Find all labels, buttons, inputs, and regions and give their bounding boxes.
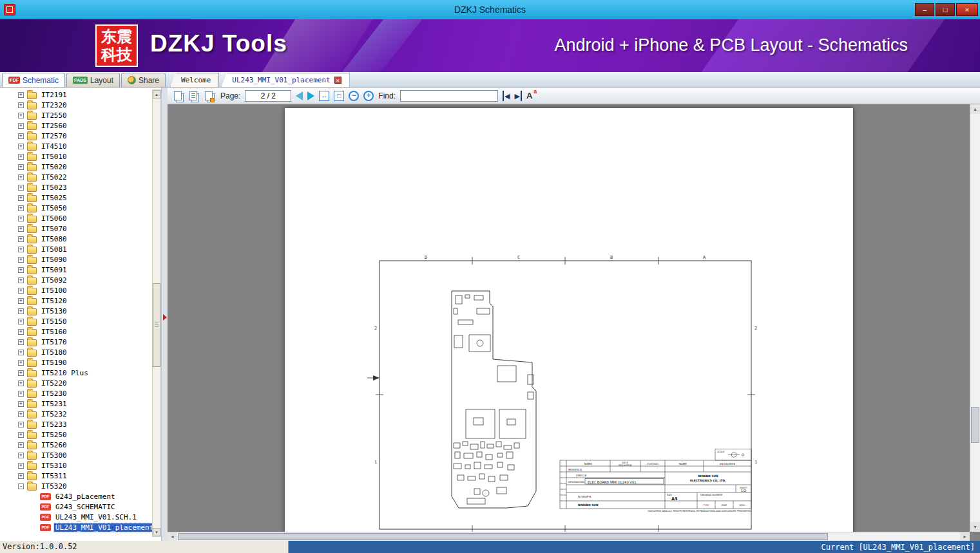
tree-item[interactable]: + PDF IT2570 xyxy=(0,131,152,141)
copy-pages-icon[interactable] xyxy=(189,91,197,100)
page-input[interactable] xyxy=(245,90,291,102)
tree-item[interactable]: + PDF IT5090 xyxy=(0,254,152,265)
scroll-right-button[interactable]: ► xyxy=(960,532,970,541)
minimize-button[interactable]: – xyxy=(915,3,934,16)
expand-toggle[interactable]: + xyxy=(18,205,24,211)
scroll-thumb[interactable] xyxy=(971,407,979,443)
tree-item[interactable]: + PDF IT5060 xyxy=(0,213,152,223)
doc-tab-welcome[interactable]: Welcome xyxy=(170,73,219,87)
scroll-thumb[interactable] xyxy=(178,533,828,540)
tree-item[interactable]: + PDF IT5160 xyxy=(0,326,152,337)
maximize-button[interactable]: □ xyxy=(936,3,955,16)
find-prev-button[interactable] xyxy=(503,91,510,101)
expand-toggle[interactable]: + xyxy=(18,247,24,252)
expand-toggle[interactable]: + xyxy=(18,195,24,201)
tree-item[interactable]: + PDF IT5081 xyxy=(0,244,152,254)
expand-toggle[interactable]: + xyxy=(18,298,24,304)
tree-item[interactable]: + PDF IT4510 xyxy=(0,141,152,151)
expand-toggle[interactable]: + xyxy=(18,277,24,283)
tree-item[interactable]: + PDF IT5170 xyxy=(0,337,152,347)
expand-toggle[interactable]: + xyxy=(18,339,24,345)
scroll-left-button[interactable]: ◄ xyxy=(168,532,177,541)
tree-item[interactable]: + PDF IT5233 xyxy=(0,419,152,429)
expand-toggle[interactable]: + xyxy=(18,267,24,273)
tree-item[interactable]: PDF UL243_MMI_V01.SCH.1 xyxy=(0,512,152,522)
zoom-in-button[interactable] xyxy=(363,91,374,101)
expand-toggle[interactable]: + xyxy=(18,257,24,263)
scroll-down-button[interactable]: ▼ xyxy=(153,528,160,536)
tree-item[interactable]: + PDF IT5025 xyxy=(0,192,152,203)
tree-item[interactable]: + PDF IT5190 xyxy=(0,357,152,368)
expand-toggle[interactable]: + xyxy=(18,308,24,314)
expand-toggle[interactable]: - xyxy=(18,483,24,489)
expand-toggle[interactable]: + xyxy=(18,185,24,191)
expand-toggle[interactable]: + xyxy=(18,154,24,160)
select-tool-icon[interactable] xyxy=(174,91,182,100)
expand-toggle[interactable]: + xyxy=(18,360,24,366)
expand-toggle[interactable]: + xyxy=(18,319,24,324)
expand-toggle[interactable]: + xyxy=(18,288,24,294)
tree-item[interactable]: + PDF IT5020 xyxy=(0,162,152,172)
expand-toggle[interactable]: + xyxy=(18,102,24,108)
tree-item[interactable]: + PDF IT5050 xyxy=(0,203,152,213)
tab-close-icon[interactable]: × xyxy=(334,77,341,84)
tree-item[interactable]: + PDF IT5260 xyxy=(0,440,152,450)
find-next-button[interactable] xyxy=(515,91,522,101)
expand-toggle[interactable]: + xyxy=(18,226,24,232)
tree-item[interactable]: + PDF IT5231 xyxy=(0,398,152,409)
expand-toggle[interactable]: + xyxy=(18,463,24,469)
tree-item[interactable]: PDF G243_SCHEMATIC xyxy=(0,501,152,512)
tab-share[interactable]: Share xyxy=(121,73,166,87)
next-page-button[interactable] xyxy=(307,91,314,100)
expand-toggle[interactable]: + xyxy=(18,133,24,139)
font-size-button[interactable] xyxy=(526,91,537,100)
snapshot-icon[interactable] xyxy=(205,91,213,100)
expand-toggle[interactable]: + xyxy=(18,453,24,458)
tree-item[interactable]: + PDF IT2191 xyxy=(0,89,152,100)
expand-toggle[interactable]: + xyxy=(18,432,24,438)
expand-toggle[interactable]: + xyxy=(18,380,24,386)
tree-item[interactable]: + PDF IT5070 xyxy=(0,223,152,234)
tree-item[interactable]: + PDF IT5310 xyxy=(0,460,152,471)
tree-item[interactable]: + PDF IT5120 xyxy=(0,295,152,306)
fit-width-button[interactable] xyxy=(319,91,329,101)
expand-toggle[interactable]: + xyxy=(18,329,24,335)
vertical-scrollbar[interactable]: ▲ ▼ xyxy=(970,104,980,532)
tab-schematic[interactable]: PDF Schematic xyxy=(2,73,65,87)
scroll-thumb[interactable] xyxy=(153,283,160,367)
scroll-down-button[interactable]: ▼ xyxy=(970,522,980,532)
expand-toggle[interactable]: + xyxy=(18,473,24,479)
tree-item[interactable]: + PDF IT5100 xyxy=(0,285,152,295)
document-area[interactable]: D C B A D C B A 2 1 2 1 xyxy=(168,104,970,532)
expand-toggle[interactable]: + xyxy=(18,422,24,427)
expand-toggle[interactable]: + xyxy=(18,92,24,98)
tree-item[interactable]: + PDF IT2550 xyxy=(0,110,152,120)
tree-item[interactable]: + PDF IT5311 xyxy=(0,471,152,481)
tree-item[interactable]: + PDF IT5300 xyxy=(0,450,152,460)
fit-page-button[interactable] xyxy=(334,91,344,101)
tree-item[interactable]: + PDF IT5022 xyxy=(0,172,152,182)
tree-item[interactable]: + PDF IT5010 xyxy=(0,151,152,162)
expand-toggle[interactable]: + xyxy=(18,164,24,170)
find-input[interactable] xyxy=(400,90,498,102)
tree-item[interactable]: + PDF IT2320 xyxy=(0,100,152,110)
tree-item[interactable]: + PDF IT5080 xyxy=(0,234,152,244)
tree-item[interactable]: + PDF IT5092 xyxy=(0,275,152,285)
expand-toggle[interactable]: + xyxy=(18,113,24,118)
tree-item[interactable]: + PDF IT5232 xyxy=(0,409,152,419)
prev-page-button[interactable] xyxy=(296,91,303,100)
expand-toggle[interactable]: + xyxy=(18,216,24,221)
scroll-up-button[interactable]: ▲ xyxy=(153,90,160,98)
tree-item[interactable]: + PDF IT2560 xyxy=(0,120,152,131)
tree-item[interactable]: PDF UL243_MMI_V01_placement xyxy=(0,522,152,532)
doc-tab-placement[interactable]: UL243_MMI_V01_placement × xyxy=(221,73,349,87)
tree-item[interactable]: + PDF IT5210 Plus xyxy=(0,368,152,378)
expand-toggle[interactable]: + xyxy=(18,401,24,407)
expand-toggle[interactable]: + xyxy=(18,370,24,376)
scroll-up-button[interactable]: ▲ xyxy=(970,104,980,114)
tree-item[interactable]: + PDF IT5250 xyxy=(0,429,152,440)
sidebar-scrollbar[interactable]: ▲ ▼ xyxy=(152,89,161,537)
tree-item[interactable]: + PDF IT5230 xyxy=(0,388,152,398)
tree-item[interactable]: + PDF IT5023 xyxy=(0,182,152,192)
expand-toggle[interactable]: + xyxy=(18,411,24,417)
